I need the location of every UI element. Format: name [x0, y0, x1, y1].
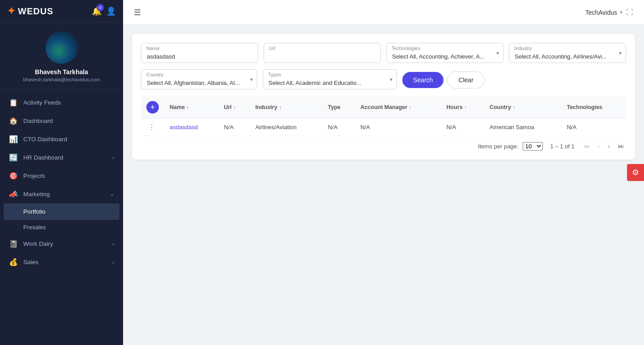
row-menu-button[interactable]: ⋮ — [146, 123, 157, 131]
marketing-icon: 📣 — [9, 190, 18, 198]
th-industry: Industry↑ — [250, 97, 322, 118]
technologies-select[interactable]: Select All, Accounting, Achiever, A... — [386, 43, 503, 63]
workspace-name: TechAvidus — [585, 9, 617, 16]
clear-button[interactable]: Clear — [447, 72, 484, 88]
activity-feeds-icon: 📋 — [9, 98, 18, 107]
url-field-group: Url — [264, 43, 381, 63]
sidebar-item-activity-feeds[interactable]: 📋 Activity Feeds — [0, 93, 123, 112]
sort-icon: ↑ — [234, 105, 236, 110]
items-per-page-label: Items per page: — [478, 143, 518, 150]
row-type: N/A — [322, 118, 355, 136]
add-company-button[interactable]: + — [146, 101, 159, 114]
sidebar-item-projects[interactable]: 🎯 Projects — [0, 167, 123, 185]
profile-email: bhavesh.tarkhala@techavidus.com — [23, 77, 100, 82]
last-page-button[interactable]: ⏭ — [616, 142, 626, 151]
sidebar-item-label: CTO Dashboard — [23, 136, 67, 143]
next-page-button[interactable]: › — [606, 142, 612, 151]
logo-text: WEDUS — [18, 6, 53, 17]
url-input[interactable] — [264, 43, 381, 63]
hr-dashboard-icon: 🔄 — [9, 153, 18, 162]
sidebar-item-cto-dashboard[interactable]: 📊 CTO Dashboard — [0, 130, 123, 148]
sidebar-item-label: Work Dairy — [23, 240, 53, 247]
chevron-right-icon: › — [112, 155, 114, 160]
row-url: N/A — [218, 118, 250, 136]
sidebar-item-label: Marketing — [23, 191, 50, 198]
row-technologies: N/A — [561, 118, 626, 136]
action-buttons: Search Clear — [402, 72, 626, 89]
types-select[interactable]: Select All, Academic and Educatio... — [263, 69, 397, 89]
notification-button[interactable]: 🔔 0 — [92, 6, 102, 16]
content-area: Name Url Technologies Select All, Accoun… — [123, 25, 644, 345]
th-name: Name↑ — [164, 97, 218, 118]
sidebar-item-work-dairy[interactable]: 📓 Work Dairy › — [0, 235, 123, 253]
table-wrapper: + Name↑ Url↑ Industry↑ Type — [141, 97, 626, 136]
workspace-selector[interactable]: TechAvidus ▾ — [585, 9, 623, 16]
items-per-page-wrap: 10 25 50 100 ▾ — [523, 142, 543, 151]
items-per-page-select[interactable]: 10 25 50 100 — [523, 142, 543, 151]
sidebar-item-presales[interactable]: Presales — [0, 220, 123, 235]
sidebar-item-portfolio[interactable]: Portfolio — [4, 203, 119, 220]
sort-icon: ↑ — [513, 105, 515, 110]
search-button[interactable]: Search — [402, 72, 444, 88]
row-country: American Samoa — [484, 118, 562, 136]
table-row: ⋮ asdasdasd N/A Airlines/Aviation N/A N/… — [141, 118, 626, 136]
sidebar-item-label: Activity Feeds — [23, 99, 61, 106]
prev-page-button[interactable]: ‹ — [596, 142, 602, 151]
settings-float-button[interactable]: ⚙ — [627, 164, 644, 181]
first-page-button[interactable]: ⏮ — [582, 142, 592, 151]
dashboard-icon: 🏠 — [9, 117, 18, 125]
sidebar-item-hr-dashboard[interactable]: 🔄 HR Dashboard › — [0, 148, 123, 167]
hamburger-button[interactable]: ☰ — [134, 8, 141, 17]
th-technologies: Technologies — [561, 97, 626, 118]
technologies-field-group: Technologies Select All, Accounting, Ach… — [386, 43, 503, 63]
chevron-right-icon: › — [112, 260, 114, 265]
fullscreen-button[interactable]: ⛶ — [626, 8, 633, 17]
pagination-row: Items per page: 10 25 50 100 ▾ 1 – 1 of … — [141, 136, 626, 151]
sort-icon: ↑ — [409, 105, 411, 110]
sort-icon: ↑ — [187, 105, 189, 110]
name-input[interactable] — [141, 43, 258, 63]
sidebar-item-label: Portfolio — [23, 208, 46, 215]
logo-icon: ✦ — [7, 5, 15, 17]
filter-row-1: Name Url Technologies Select All, Accoun… — [141, 43, 626, 63]
sidebar-header: ✦ WEDUS 🔔 0 👤 — [0, 0, 123, 23]
sidebar-profile: Bhavesh Tarkhala bhavesh.tarkhala@techav… — [0, 23, 123, 90]
row-industry: Airlines/Aviation — [250, 118, 322, 136]
th-hours: Hours↑ — [441, 97, 484, 118]
sidebar-item-label: Projects — [23, 172, 45, 179]
cto-dashboard-icon: 📊 — [9, 135, 18, 143]
gear-icon: ⚙ — [632, 168, 639, 177]
logo: ✦ WEDUS — [7, 5, 53, 17]
country-select[interactable]: Select All, Afghanistan, Albania, Al... — [141, 69, 257, 89]
header-icons: 🔔 0 👤 — [92, 6, 116, 16]
row-account-manager: N/A — [355, 118, 441, 136]
notification-badge: 0 — [97, 4, 104, 11]
industry-select[interactable]: Select All, Accounting, Airlines/Avi... — [509, 43, 626, 63]
sidebar-nav: 📋 Activity Feeds 🏠 Dashboard 📊 CTO Dashb… — [0, 90, 123, 345]
topbar: ☰ TechAvidus ▾ ⛶ — [123, 0, 644, 25]
avatar — [46, 32, 78, 64]
sales-icon: 💰 — [9, 258, 18, 266]
sidebar-item-label: Presales — [23, 224, 46, 231]
sidebar-item-label: Dashboard — [23, 118, 53, 124]
page-info: 1 – 1 of 1 — [550, 143, 574, 150]
country-field-group: Country Select All, Afghanistan, Albania… — [141, 69, 257, 89]
industry-field-group: Industry Select All, Accounting, Airline… — [509, 43, 626, 63]
sidebar: ✦ WEDUS 🔔 0 👤 Bhavesh Tarkhala bhavesh.t… — [0, 0, 123, 345]
th-url: Url↑ — [218, 97, 250, 118]
sidebar-item-sales[interactable]: 💰 Sales › — [0, 253, 123, 271]
row-hours: N/A — [441, 118, 484, 136]
work-dairy-icon: 📓 — [9, 240, 18, 248]
th-country: Country↑ — [484, 97, 562, 118]
sidebar-item-marketing[interactable]: 📣 Marketing ⌄ — [0, 185, 123, 203]
user-avatar-button[interactable]: 👤 — [106, 6, 116, 16]
chevron-right-icon: › — [112, 241, 114, 247]
th-account-manager: Account Manager↑ — [355, 97, 441, 118]
profile-name: Bhavesh Tarkhala — [35, 68, 88, 76]
company-name-link[interactable]: asdasdasd — [170, 124, 198, 130]
sort-icon: ↑ — [279, 105, 281, 110]
types-field-group: Types Select All, Academic and Educatio.… — [263, 69, 397, 89]
sidebar-item-dashboard[interactable]: 🏠 Dashboard — [0, 112, 123, 130]
sort-icon: ↑ — [465, 105, 467, 110]
projects-icon: 🎯 — [9, 172, 18, 180]
